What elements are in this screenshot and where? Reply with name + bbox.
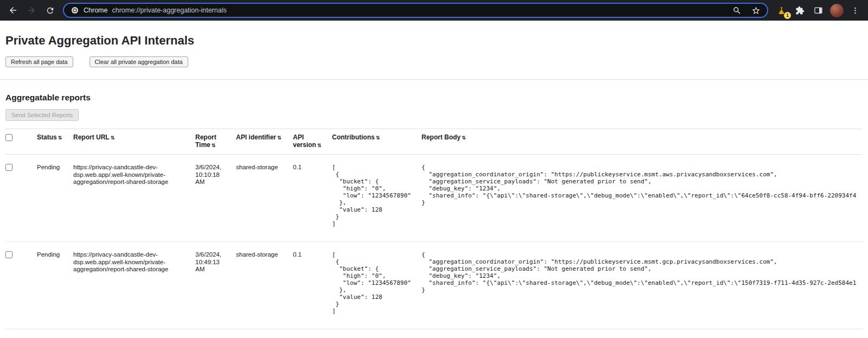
page-content: Private Aggregation API Internals Refres… <box>0 34 868 329</box>
table-row: Pending https://privacy-sandcastle-dev-d… <box>5 242 863 329</box>
aggregatable-reports-table: Status⇅ Report URL⇅ Report Time⇅ API ide… <box>5 129 863 329</box>
sort-icon: ⇅ <box>277 135 282 141</box>
reload-icon <box>46 6 55 15</box>
side-panel-button[interactable] <box>809 2 827 19</box>
report-body-cell: { "aggregation_coordinator_origin": "htt… <box>422 242 863 329</box>
contributions-json: [ { "bucket": { "high": "0", "low": "123… <box>332 251 413 315</box>
sort-icon: ⇅ <box>462 135 466 141</box>
product-label: Chrome <box>84 7 107 14</box>
menu-button[interactable] <box>846 2 864 19</box>
forward-icon <box>27 5 36 15</box>
report-url-cell: https://privacy-sandcastle-dev-dsp.web.a… <box>73 155 195 242</box>
api-identifier-cell: shared-storage <box>236 155 293 242</box>
experiments-button[interactable]: 1 <box>773 2 790 19</box>
side-panel-icon <box>813 5 824 16</box>
avatar <box>830 4 844 17</box>
status-cell: Pending <box>37 155 73 242</box>
sort-icon: ⇅ <box>111 135 115 141</box>
api-version-cell: 0.1 <box>293 242 332 329</box>
extensions-button[interactable] <box>791 2 808 19</box>
back-icon <box>8 5 18 15</box>
address-bar[interactable]: Chrome chrome://private-aggregation-inte… <box>63 3 768 18</box>
page-actions: Refresh all page data Clear all private … <box>5 56 863 67</box>
report-url-cell: https://privacy-sandcastle-dev-dsp.web.a… <box>73 242 195 329</box>
refresh-all-button[interactable]: Refresh all page data <box>5 56 73 67</box>
api-version-cell: 0.1 <box>293 155 332 242</box>
notification-badge: 1 <box>784 12 791 19</box>
clear-all-button[interactable]: Clear all private aggregation data <box>90 56 188 67</box>
sort-icon: ⇅ <box>58 135 62 141</box>
section-title: Aggregatable reports <box>5 93 863 103</box>
reload-button[interactable] <box>41 2 59 19</box>
header-report-time[interactable]: Report Time⇅ <box>195 129 236 155</box>
browser-toolbar: Chrome chrome://private-aggregation-inte… <box>0 0 868 21</box>
contributions-cell: [ { "bucket": { "high": "0", "low": "123… <box>332 242 422 329</box>
search-icon[interactable] <box>732 6 742 15</box>
sort-icon: ⇅ <box>212 143 216 148</box>
table-row: Pending https://privacy-sandcastle-dev-d… <box>5 155 863 242</box>
header-report-body[interactable]: Report Body⇅ <box>422 129 863 155</box>
table-header-row: Status⇅ Report URL⇅ Report Time⇅ API ide… <box>5 129 863 155</box>
report-body-json: { "aggregation_coordinator_origin": "htt… <box>422 164 854 206</box>
report-time-cell: 3/6/2024, 10:10:18 AM <box>195 155 236 242</box>
row-checkbox-cell <box>5 155 37 242</box>
section-divider <box>0 79 868 80</box>
header-api-version[interactable]: API version⇅ <box>293 129 332 155</box>
select-all-checkbox[interactable] <box>5 134 12 141</box>
url-text: chrome://private-aggregation-internals <box>112 7 226 14</box>
send-selected-reports-button[interactable]: Send Selected Reports <box>5 109 79 121</box>
header-api-identifier[interactable]: API identifier⇅ <box>236 129 293 155</box>
contributions-json: [ { "bucket": { "high": "0", "low": "123… <box>332 164 413 227</box>
report-time-cell: 3/6/2024, 10:49:13 AM <box>195 242 236 329</box>
sort-icon: ⇅ <box>376 135 380 141</box>
three-dot-menu-icon <box>851 6 860 15</box>
row-checkbox-cell <box>5 242 37 329</box>
bookmark-star-icon[interactable] <box>751 6 761 15</box>
select-all-header <box>5 129 37 155</box>
report-body-json: { "aggregation_coordinator_origin": "htt… <box>422 251 854 294</box>
back-button[interactable] <box>4 2 22 19</box>
header-contributions[interactable]: Contributions⇅ <box>332 129 422 155</box>
api-identifier-cell: shared-storage <box>236 242 293 329</box>
reports-tbody: Pending https://privacy-sandcastle-dev-d… <box>5 155 863 329</box>
contributions-cell: [ { "bucket": { "high": "0", "low": "123… <box>332 155 422 242</box>
forward-button[interactable] <box>23 2 40 19</box>
header-report-url[interactable]: Report URL⇅ <box>73 129 195 155</box>
row-checkbox[interactable] <box>5 251 12 258</box>
row-checkbox[interactable] <box>5 164 12 171</box>
page-title: Private Aggregation API Internals <box>5 34 863 48</box>
sort-icon: ⇅ <box>317 143 322 148</box>
status-cell: Pending <box>37 242 73 329</box>
report-body-cell: { "aggregation_coordinator_origin": "htt… <box>422 155 863 242</box>
extensions-puzzle-icon <box>795 6 805 15</box>
profile-button[interactable] <box>828 2 845 19</box>
header-status[interactable]: Status⇅ <box>37 129 73 155</box>
chrome-logo-icon <box>71 6 79 15</box>
